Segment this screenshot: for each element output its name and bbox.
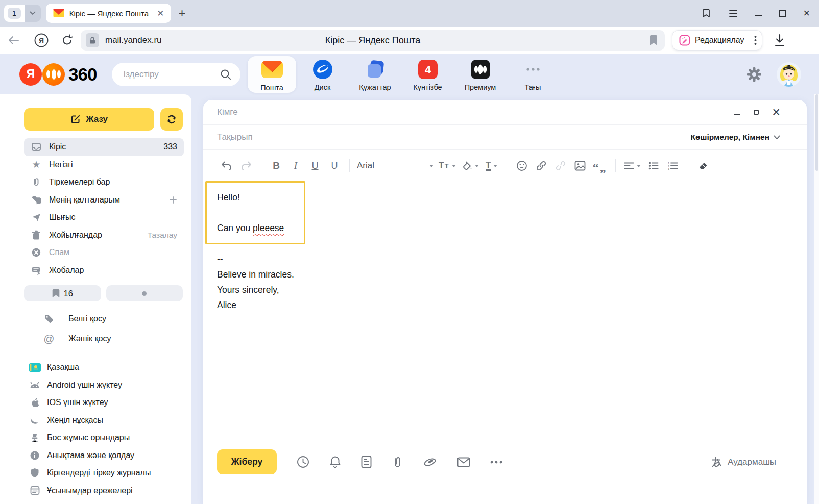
secure-lock-icon[interactable] xyxy=(86,33,99,47)
app-disk[interactable]: Диск xyxy=(296,57,349,91)
minimize-compose-icon[interactable] xyxy=(734,114,740,115)
compose-button[interactable]: Жазу xyxy=(24,108,154,131)
tab-counter[interactable]: 1 xyxy=(4,5,41,22)
sidebar-item-attachments[interactable]: Тіркемелері бар xyxy=(24,173,184,191)
schedule-send-icon[interactable] xyxy=(297,456,309,468)
dot-pill[interactable] xyxy=(106,285,183,301)
to-row[interactable]: Кімге × xyxy=(203,100,807,125)
translator-button[interactable]: Аудармашы xyxy=(710,449,776,474)
signature-block: -- Believe in miracles. Yours sincerely,… xyxy=(217,251,294,313)
clear-trash-button[interactable]: Тазалау xyxy=(148,231,177,240)
strikethrough-button[interactable]: U xyxy=(328,157,341,174)
sidebar-item-my-folders[interactable]: Менің қалталарым xyxy=(24,191,184,209)
app-mail[interactable]: Пошта xyxy=(248,56,296,93)
cc-from-toggle[interactable]: Көшірмелер, Кімнен xyxy=(691,133,780,142)
undo-button[interactable] xyxy=(220,157,233,174)
quote-button[interactable]: “„ xyxy=(593,159,607,176)
insert-link-button[interactable] xyxy=(535,157,548,174)
search-input[interactable] xyxy=(123,69,210,80)
new-tab-button[interactable]: + xyxy=(178,6,185,20)
user-avatar[interactable] xyxy=(776,62,802,87)
back-button[interactable] xyxy=(8,36,19,45)
text-color-button[interactable]: T xyxy=(485,157,498,174)
add-mailbox-link[interactable]: @ Жәшік қосу xyxy=(43,329,191,348)
search-icon[interactable] xyxy=(220,69,231,80)
refresh-button[interactable] xyxy=(160,108,183,131)
ios-download-link[interactable]: IOS үшін жүктеу xyxy=(29,394,191,412)
add-folder-icon[interactable] xyxy=(169,196,177,204)
address-field[interactable]: mail.yandex.ru Кіріс — Яндекс Пошта xyxy=(81,30,665,51)
recommendations-link[interactable]: Ұсынымдар ережелері xyxy=(29,482,191,500)
attach-file-icon[interactable] xyxy=(392,456,403,468)
emoji-button[interactable] xyxy=(515,157,528,174)
saved-count: 16 xyxy=(64,289,73,298)
clear-formatting-button[interactable] xyxy=(696,157,710,174)
minimize-window-icon[interactable] xyxy=(755,15,762,16)
sidebar-item-important[interactable]: ★ Негізгі xyxy=(24,156,184,174)
to-field[interactable]: Кімге xyxy=(217,107,238,117)
saved-pill[interactable]: 16 xyxy=(24,285,101,301)
remove-link-button[interactable] xyxy=(554,157,567,174)
app-calendar[interactable]: 4 Күнтізбе xyxy=(401,57,454,91)
search-box[interactable] xyxy=(112,63,240,86)
sidebar-item-inbox[interactable]: Кіріс 333 xyxy=(24,138,184,156)
reload-button[interactable] xyxy=(61,34,74,46)
close-compose-icon[interactable]: × xyxy=(772,106,780,119)
align-button[interactable] xyxy=(624,157,641,174)
insert-image-button[interactable] xyxy=(573,157,587,174)
underline-button[interactable]: U xyxy=(308,157,322,174)
light-version-link[interactable]: Жеңіл нұсқасы xyxy=(29,412,191,430)
star-icon: ★ xyxy=(31,159,42,170)
bullet-list-button[interactable] xyxy=(647,157,660,174)
more-options-icon[interactable] xyxy=(490,461,502,464)
scrollbar-thumb[interactable] xyxy=(815,94,818,171)
template-icon[interactable] xyxy=(361,456,372,468)
ios-label: IOS үшін жүктеу xyxy=(47,398,108,407)
android-download-link[interactable]: Android үшін жүктеу xyxy=(29,376,191,394)
sidebar-footer: Қазақша Android үшін жүктеу IOS үшін жүк… xyxy=(0,359,191,499)
add-label-link[interactable]: Белгі қосу xyxy=(43,309,191,329)
maximize-window-icon[interactable] xyxy=(779,10,786,17)
expand-compose-icon[interactable] xyxy=(754,110,759,115)
subject-row[interactable]: Тақырып Көшірмелер, Кімнен xyxy=(203,125,807,150)
redo-button[interactable] xyxy=(239,157,253,174)
bookmark-flag-icon[interactable] xyxy=(649,35,658,46)
sidebar-item-spam[interactable]: Спам xyxy=(24,244,184,262)
italic-button[interactable]: I xyxy=(289,157,302,174)
panel-bookmark-icon[interactable] xyxy=(701,8,711,18)
browser-tab[interactable]: Кіріс — Яндекс Пошта ✕ xyxy=(46,4,172,23)
numbered-list-button[interactable]: 123 xyxy=(666,157,680,174)
highlight-color-button[interactable] xyxy=(462,157,479,174)
tab-close-icon[interactable]: ✕ xyxy=(157,8,164,19)
sidebar-item-drafts[interactable]: Жобалар xyxy=(24,262,184,280)
kebab-menu-icon[interactable] xyxy=(754,35,757,45)
settings-gear-icon[interactable] xyxy=(746,67,762,82)
menu-icon[interactable] xyxy=(729,9,738,17)
send-button[interactable]: Жіберу xyxy=(217,449,277,474)
close-window-icon[interactable]: × xyxy=(803,8,810,19)
tab-list-chevron[interactable] xyxy=(25,5,41,22)
yandex-disk-attach-icon[interactable] xyxy=(423,456,437,468)
edit-button[interactable]: Редакциялау xyxy=(672,30,762,51)
yandex-browser-icon[interactable]: Я xyxy=(34,33,49,48)
login-journal-link[interactable]: Кіргендерді тіркеу журналы xyxy=(29,464,191,482)
app-more[interactable]: Тағы xyxy=(507,57,559,91)
app-docs[interactable]: Құжаттар xyxy=(349,57,401,91)
sidebar-item-sent[interactable]: Шығыс xyxy=(24,209,184,226)
app-premium[interactable]: Премиум xyxy=(454,57,507,91)
attach-from-mail-icon[interactable] xyxy=(457,457,470,467)
sidebar-item-trash[interactable]: Жойылғандар Тазалау xyxy=(24,226,184,244)
yandex360-logo[interactable]: Я 360 xyxy=(19,63,97,86)
vacancies-link[interactable]: Бос жұмыс орындары xyxy=(29,429,191,447)
chevron-down-icon xyxy=(475,165,479,167)
language-link[interactable]: Қазақша xyxy=(29,359,191,376)
font-family-select[interactable]: Arial xyxy=(357,161,433,171)
page-scrollbar[interactable] xyxy=(814,94,819,504)
downloads-button[interactable] xyxy=(774,34,786,47)
help-link[interactable]: Анықтама және қолдау xyxy=(29,447,191,465)
bold-button[interactable]: B xyxy=(270,157,283,174)
message-body[interactable]: Hello! Can you pleeese -- Believe in mir… xyxy=(203,182,807,448)
subject-field[interactable]: Тақырып xyxy=(217,132,253,142)
font-size-button[interactable]: Tт xyxy=(439,157,456,174)
notification-bell-icon[interactable] xyxy=(329,456,341,469)
